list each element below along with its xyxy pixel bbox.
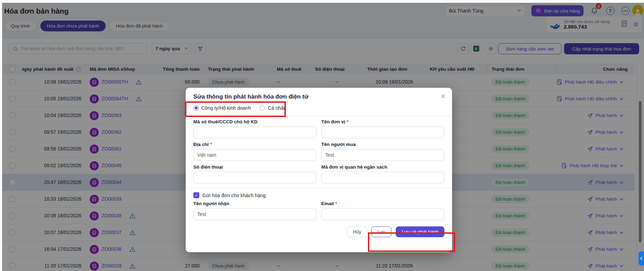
field-input[interactable] xyxy=(193,126,316,138)
required-asterisk: * xyxy=(335,201,337,206)
required-asterisk: * xyxy=(347,119,348,124)
form-field: Mã số thuế/CCCD chủ hộ KD xyxy=(193,119,316,138)
field-label: Tên đơn vị* xyxy=(321,119,444,124)
send-invoice-label: Gửi hóa đơn cho khách hàng xyxy=(202,193,266,198)
annotation-rect-buyer-type xyxy=(185,101,286,117)
send-invoice-checkbox[interactable]: ✓ xyxy=(193,192,199,198)
form-field: Địa chỉ* xyxy=(193,142,316,161)
form-field: Email* xyxy=(321,201,444,220)
form-field: Mã đơn vị quan hệ ngân sách xyxy=(321,164,444,184)
form-field: Tên đơn vị* xyxy=(321,119,444,138)
screen: Hóa đơn bán hàng Bùi Thanh Tùng Bán tại … xyxy=(0,0,644,271)
field-input[interactable] xyxy=(321,126,444,138)
field-input[interactable] xyxy=(321,208,444,220)
field-label: Mã số thuế/CCCD chủ hộ KD xyxy=(193,119,316,124)
side-panel-toggle[interactable] xyxy=(638,251,644,265)
field-label: Số điện thoại xyxy=(193,164,316,170)
annotation-rect-save-buttons xyxy=(368,232,455,252)
close-icon[interactable]: ✕ xyxy=(441,93,446,100)
cancel-button[interactable]: Hủy xyxy=(347,226,367,237)
chevron-left-icon xyxy=(640,257,643,260)
field-label: Mã đơn vị quan hệ ngân sách xyxy=(321,164,444,170)
field-input[interactable] xyxy=(321,149,444,161)
field-input[interactable] xyxy=(193,149,316,161)
field-label: Tên người mua xyxy=(321,142,444,147)
required-asterisk: * xyxy=(210,142,212,147)
form-field: Tên người mua xyxy=(321,142,444,161)
modal-title: Sửa thông tin phát hành hóa đơn điện tử xyxy=(193,93,444,100)
field-input[interactable] xyxy=(321,172,444,184)
field-label: Email* xyxy=(321,201,444,206)
send-invoice-row: ✓ Gửi hóa đơn cho khách hàng xyxy=(193,192,444,198)
field-input[interactable] xyxy=(193,208,316,220)
divider xyxy=(186,188,452,188)
form-field: Số điện thoại xyxy=(193,164,316,184)
form-field: Tên người nhận xyxy=(193,201,316,220)
field-label: Địa chỉ* xyxy=(193,142,316,147)
field-input[interactable] xyxy=(193,172,316,184)
field-label: Tên người nhận xyxy=(193,201,316,206)
